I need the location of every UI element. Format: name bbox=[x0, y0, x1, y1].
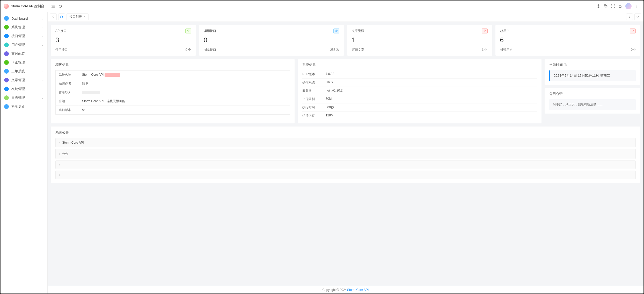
table-row: 系统名称Storm Core API bbox=[56, 71, 290, 79]
system-info-panel: 系统信息 PHP版本7.0.33操作系统Linux服务器nginx/1.20.2… bbox=[298, 59, 541, 123]
stat-card-3: 总用户 个 6 封禁用户 0个 bbox=[495, 25, 641, 56]
tab-bar: 接口列表 ✕ bbox=[48, 12, 643, 22]
sidebar-item-icon bbox=[4, 16, 9, 21]
main-area: 接口列表 ✕ API接口 个 3 停用接口 0 个 bbox=[48, 12, 643, 293]
stat-title: 总用户 bbox=[500, 29, 509, 33]
sidebar-item-icon bbox=[4, 34, 9, 38]
kv-row: 操作系统Linux bbox=[302, 79, 537, 87]
kv-key: 服务器 bbox=[302, 89, 326, 93]
sidebar-item-7[interactable]: 文章管理 ⌄ bbox=[1, 76, 47, 85]
tag-icon[interactable] bbox=[602, 3, 609, 10]
sidebar-item-10[interactable]: 检测更新 bbox=[1, 102, 47, 111]
stat-value: 3 bbox=[55, 36, 191, 44]
svg-point-3 bbox=[598, 5, 599, 7]
sidebar-item-icon bbox=[4, 69, 9, 74]
daily-quote-title: 每日心语 bbox=[549, 92, 636, 96]
tab-next-button[interactable] bbox=[626, 13, 633, 20]
tab-active[interactable]: 接口列表 ✕ bbox=[67, 13, 89, 20]
sidebar-item-1[interactable]: 系统管理 ⌄ bbox=[1, 23, 47, 32]
sidebar-item-9[interactable]: 日志管理 ⌄ bbox=[1, 93, 47, 102]
tab-label: 接口列表 bbox=[69, 15, 82, 19]
table-row: 当前版本V1.0 bbox=[56, 106, 290, 115]
table-key: 系统作者 bbox=[56, 79, 79, 88]
stat-sub-value: 256 次 bbox=[330, 48, 339, 52]
accordion-label: Storm Core API bbox=[62, 141, 84, 144]
kv-row: 服务器nginx/1.20.2 bbox=[302, 87, 537, 95]
accordion-item-1[interactable]: ›公告 bbox=[55, 149, 636, 159]
chevron-down-icon: ⌄ bbox=[42, 26, 44, 29]
program-info-title: 程序信息 bbox=[55, 62, 290, 67]
footer-copyright: Copyright © 2024 bbox=[323, 288, 347, 292]
top-header: Storm Core API控制台 bbox=[1, 1, 643, 12]
stats-row: API接口 个 3 停用接口 0 个 调用接口 次 0 浏览接口 256 次 文… bbox=[51, 25, 640, 56]
stat-badge: 个 bbox=[185, 29, 191, 33]
tab-close-icon[interactable]: ✕ bbox=[83, 15, 86, 18]
user-avatar[interactable] bbox=[625, 3, 632, 9]
chevron-right-icon: › bbox=[59, 173, 60, 176]
stat-sub-value: 1 个 bbox=[482, 48, 487, 52]
stat-sub-label: 封禁用户 bbox=[500, 48, 513, 52]
sidebar-item-4[interactable]: 支付配置 bbox=[1, 49, 47, 58]
refresh-button[interactable] bbox=[57, 3, 64, 10]
daily-quote-panel: 每日心语 对不起，风太大，我没有听清楚…… bbox=[545, 88, 640, 114]
redacted-block bbox=[82, 91, 100, 94]
system-info-title: 系统信息 bbox=[302, 62, 537, 67]
clock-text: 2024年5月14日 15时52分11秒 星期二 bbox=[549, 70, 636, 81]
table-val: 简单 bbox=[79, 79, 290, 88]
chevron-down-icon: ⌄ bbox=[42, 44, 44, 46]
stat-sub-label: 置顶文章 bbox=[352, 48, 364, 52]
stat-sub-value: 0个 bbox=[631, 48, 636, 52]
chevron-right-icon: › bbox=[59, 163, 60, 166]
kv-val: nginx/1.20.2 bbox=[326, 89, 537, 93]
announcement-panel: 系统公告 ›Storm Core API›公告›› bbox=[51, 127, 640, 183]
tab-dropdown-button[interactable] bbox=[634, 13, 641, 20]
more-menu-icon[interactable] bbox=[633, 3, 640, 10]
stat-sub-label: 浏览接口 bbox=[204, 48, 216, 52]
sidebar-item-0[interactable]: Dashboard ⌄ bbox=[1, 14, 47, 23]
chevron-down-icon: ⌄ bbox=[42, 70, 44, 73]
chevron-down-icon: ⌄ bbox=[42, 17, 44, 20]
sidebar-item-icon bbox=[4, 78, 9, 82]
clock-info-icon: ⓘ bbox=[564, 63, 567, 67]
accordion-label: 公告 bbox=[62, 152, 68, 156]
content-scroll[interactable]: API接口 个 3 停用接口 0 个 调用接口 次 0 浏览接口 256 次 文… bbox=[48, 22, 643, 286]
sidebar-item-label: Dashboard bbox=[11, 17, 42, 20]
kv-val: 128M bbox=[326, 114, 537, 118]
footer-link[interactable]: Storm Core API bbox=[347, 288, 369, 292]
tab-prev-button[interactable] bbox=[50, 13, 57, 20]
table-val: Storm Core API bbox=[79, 71, 290, 79]
lock-icon[interactable] bbox=[617, 3, 624, 10]
kv-key: 执行时间 bbox=[302, 105, 326, 110]
accordion-item-0[interactable]: ›Storm Core API bbox=[55, 138, 636, 147]
table-key: 当前版本 bbox=[56, 106, 79, 115]
kv-row: PHP版本7.0.33 bbox=[302, 70, 537, 79]
tab-home-button[interactable] bbox=[58, 13, 65, 20]
kv-key: PHP版本 bbox=[302, 72, 326, 76]
sidebar-item-3[interactable]: 用户管理 ⌄ bbox=[1, 40, 47, 49]
stat-title: API接口 bbox=[55, 29, 67, 33]
accordion-item-3[interactable]: › bbox=[55, 171, 636, 179]
fullscreen-icon[interactable] bbox=[609, 3, 617, 10]
sidebar-item-8[interactable]: 友链管理 bbox=[1, 85, 47, 93]
svg-point-7 bbox=[636, 6, 637, 6]
sidebar-item-icon bbox=[4, 104, 9, 109]
theme-icon[interactable] bbox=[595, 3, 602, 10]
sidebar-item-5[interactable]: 卡密管理 bbox=[1, 58, 47, 67]
stat-card-1: 调用接口 次 0 浏览接口 256 次 bbox=[199, 25, 344, 56]
table-row: 系统作者简单 bbox=[56, 79, 290, 88]
chevron-right-icon: › bbox=[59, 152, 60, 155]
sidebar-item-icon bbox=[4, 60, 9, 65]
redacted-block bbox=[105, 73, 120, 77]
svg-point-4 bbox=[605, 5, 605, 6]
clock-title: 当前时间 ⓘ bbox=[549, 62, 636, 67]
kv-row: 执行时间300秒 bbox=[302, 103, 537, 112]
sidebar-item-label: 系统管理 bbox=[11, 25, 42, 30]
kv-row: 运行内存128M bbox=[302, 112, 537, 120]
clock-panel: 当前时间 ⓘ 2024年5月14日 15时52分11秒 星期二 bbox=[545, 59, 640, 85]
sidebar-item-2[interactable]: 接口管理 ⌄ bbox=[1, 32, 47, 40]
accordion-item-2[interactable]: › bbox=[55, 160, 636, 169]
kv-val: 300秒 bbox=[326, 105, 537, 110]
stat-title: 调用接口 bbox=[204, 29, 216, 33]
sidebar-item-6[interactable]: 工单系统 ⌄ bbox=[1, 67, 47, 76]
collapse-sidebar-button[interactable] bbox=[49, 3, 57, 10]
